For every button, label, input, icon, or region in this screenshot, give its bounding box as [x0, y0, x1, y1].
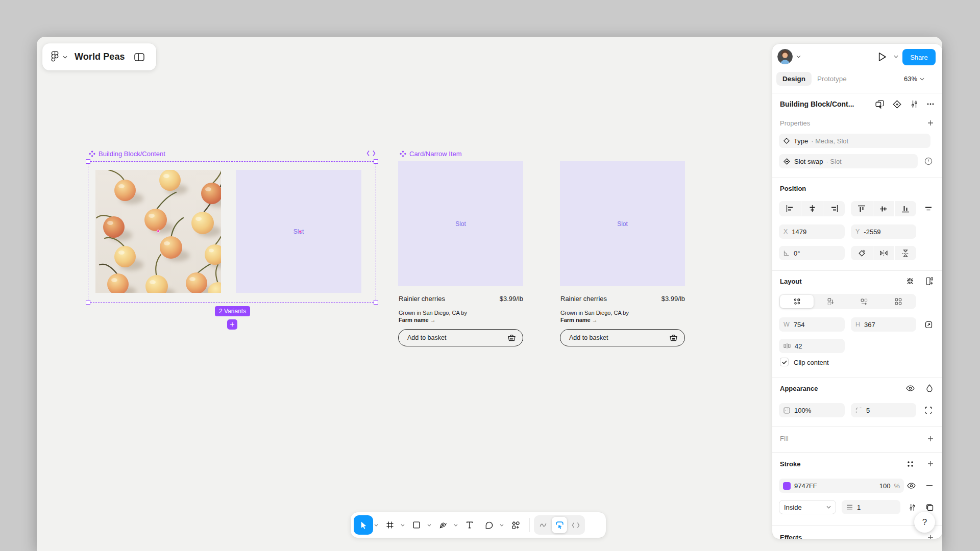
- align-v-center-icon[interactable]: [873, 201, 895, 216]
- height-input[interactable]: H367: [851, 317, 916, 332]
- file-title[interactable]: World Peas: [75, 52, 125, 62]
- independent-corners-icon[interactable]: [922, 404, 935, 416]
- dev-mode-icon[interactable]: [568, 517, 583, 533]
- y-position-input[interactable]: Y-2559: [851, 224, 916, 239]
- clip-content-checkbox[interactable]: [780, 358, 789, 366]
- selection-handle-se[interactable]: [374, 300, 378, 305]
- variants-badge[interactable]: 2 Variants: [215, 306, 250, 316]
- add-to-basket-button[interactable]: Add to basket: [560, 329, 685, 346]
- chevron-down-icon[interactable]: [499, 515, 505, 535]
- stroke-color-swatch[interactable]: [783, 482, 791, 490]
- farm-link[interactable]: Farm name →: [560, 317, 598, 323]
- align-left-icon[interactable]: [779, 201, 801, 216]
- stroke-weight-input[interactable]: 1: [842, 500, 900, 514]
- figma-logo-icon[interactable]: [51, 51, 59, 63]
- chevron-down-icon[interactable]: [63, 56, 67, 59]
- layout-freeform-icon[interactable]: [780, 295, 814, 308]
- shrink-icon[interactable]: [904, 275, 916, 287]
- add-effect-icon[interactable]: [924, 532, 937, 539]
- zoom-menu[interactable]: 63%: [904, 75, 924, 83]
- component-diamond-icon[interactable]: [891, 98, 903, 110]
- chevron-down-icon[interactable]: [426, 515, 432, 535]
- align-horizontal-group: [779, 201, 845, 216]
- add-property-icon[interactable]: [924, 117, 937, 129]
- width-input[interactable]: W754: [779, 317, 845, 332]
- component-label-card[interactable]: Card/Narrow Item: [400, 150, 462, 158]
- select-instance-icon[interactable]: [873, 98, 886, 110]
- flip-vertical-icon[interactable]: [894, 246, 916, 260]
- draw-mode-icon[interactable]: [535, 517, 551, 533]
- sidebar-toggle-icon[interactable]: [134, 53, 144, 61]
- stroke-weight-icon: [846, 505, 853, 510]
- advanced-stroke-icon[interactable]: [906, 501, 918, 513]
- pen-tool[interactable]: [433, 515, 453, 535]
- flip-horizontal-icon[interactable]: [873, 246, 895, 260]
- more-options-icon[interactable]: [924, 98, 937, 110]
- tidy-up-icon[interactable]: [922, 203, 935, 215]
- add-auto-layout-icon[interactable]: [923, 275, 936, 287]
- add-variant-button[interactable]: +: [227, 319, 237, 330]
- add-stroke-icon[interactable]: [924, 458, 937, 470]
- stroke-visibility-icon[interactable]: [905, 480, 917, 492]
- design-mode-icon[interactable]: [552, 517, 567, 533]
- add-to-basket-button[interactable]: Add to basket: [398, 329, 523, 346]
- property-type[interactable]: Type · Media, Slot: [779, 134, 930, 148]
- help-button[interactable]: ?: [914, 512, 935, 533]
- stroke-color-row[interactable]: 9747FF 100 %: [779, 479, 904, 493]
- share-button[interactable]: Share: [902, 49, 936, 65]
- tab-design[interactable]: Design: [776, 72, 812, 86]
- align-right-icon[interactable]: [823, 201, 845, 216]
- transform-group: [851, 246, 916, 260]
- align-bottom-icon[interactable]: [894, 201, 916, 216]
- shape-tool[interactable]: [407, 515, 426, 535]
- actions-tool[interactable]: [506, 515, 525, 535]
- add-fill-icon[interactable]: [924, 433, 937, 445]
- property-slot-swap[interactable]: Slot swap · Slot: [779, 154, 918, 168]
- farm-link[interactable]: Farm name →: [399, 317, 436, 323]
- tab-prototype[interactable]: Prototype: [811, 72, 853, 86]
- chevron-down-icon[interactable]: [453, 515, 459, 535]
- chevron-down-icon[interactable]: [796, 55, 801, 58]
- rotation-input[interactable]: 0°: [779, 246, 845, 260]
- layout-vertical-icon[interactable]: [814, 295, 847, 308]
- card-slot[interactable]: Slot: [398, 161, 523, 286]
- gap-input[interactable]: 42: [779, 339, 845, 353]
- appearance-title: Appearance: [780, 385, 818, 392]
- warning-icon[interactable]: [922, 155, 935, 167]
- opacity-input[interactable]: 100%: [779, 403, 845, 417]
- product-title: Rainier cherries: [560, 295, 607, 303]
- layout-horizontal-icon[interactable]: [848, 295, 881, 308]
- chevron-down-icon[interactable]: [894, 55, 898, 58]
- frame-tool[interactable]: [380, 515, 400, 535]
- radius-icon: [855, 407, 862, 414]
- code-connect-icon[interactable]: [366, 150, 376, 157]
- remove-stroke-icon[interactable]: [923, 480, 936, 492]
- selection-handle-sw[interactable]: [86, 300, 90, 305]
- component-label-building-block[interactable]: Building Block/Content: [89, 150, 165, 158]
- move-tool[interactable]: [354, 515, 373, 535]
- selection-handle-ne[interactable]: [374, 159, 378, 164]
- aspect-lock-icon[interactable]: [922, 318, 935, 331]
- corner-radius-input[interactable]: 5: [851, 403, 916, 417]
- align-h-center-icon[interactable]: [801, 201, 823, 216]
- x-position-input[interactable]: X1479: [779, 224, 845, 239]
- layout-grid-icon[interactable]: [881, 295, 915, 308]
- blend-droplet-icon[interactable]: [923, 382, 936, 394]
- selection-handle-nw[interactable]: [86, 159, 90, 164]
- eye-icon[interactable]: [904, 382, 916, 394]
- chevron-down-icon[interactable]: [400, 515, 406, 535]
- align-top-icon[interactable]: [851, 201, 873, 216]
- stroke-align-select[interactable]: Inside: [779, 500, 836, 514]
- styles-icon[interactable]: [904, 458, 916, 470]
- comment-tool[interactable]: [479, 515, 499, 535]
- chevron-down-icon[interactable]: [373, 515, 379, 535]
- text-tool[interactable]: [460, 515, 479, 535]
- stroke-hex[interactable]: 9747FF: [794, 482, 817, 490]
- clip-content-label[interactable]: Clip content: [794, 359, 829, 366]
- instance-options-icon[interactable]: [908, 98, 920, 110]
- card-slot[interactable]: Slot: [560, 161, 685, 286]
- stroke-opacity[interactable]: 100: [879, 482, 891, 490]
- present-icon[interactable]: [877, 52, 887, 62]
- avatar[interactable]: [777, 49, 793, 64]
- rotate-icon[interactable]: [851, 246, 873, 260]
